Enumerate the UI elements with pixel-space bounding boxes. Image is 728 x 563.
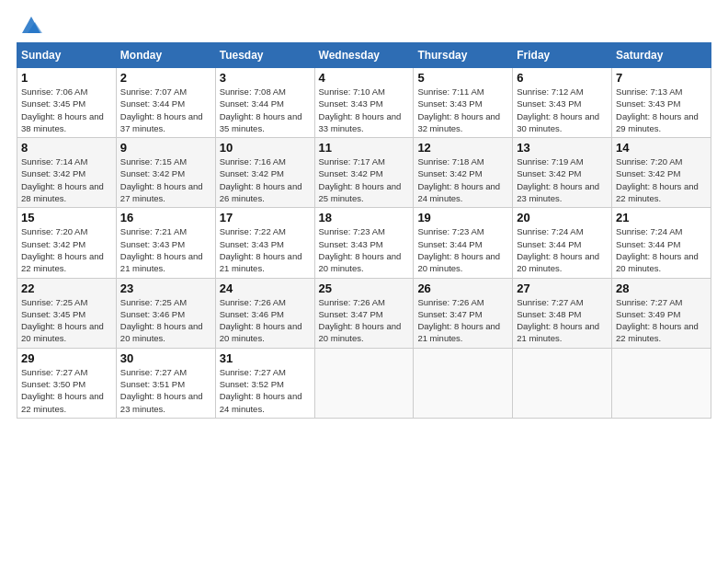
calendar-week-row: 1Sunrise: 7:06 AMSunset: 3:45 PMDaylight… [17, 68, 711, 138]
day-number: 13 [517, 141, 608, 155]
calendar-day-cell: 21Sunrise: 7:24 AMSunset: 3:44 PMDayligh… [612, 208, 711, 278]
day-number: 17 [220, 211, 311, 224]
calendar-day-cell: 5Sunrise: 7:11 AMSunset: 3:43 PMDaylight… [414, 68, 513, 138]
day-number: 6 [517, 71, 608, 85]
calendar-day-cell: 12Sunrise: 7:18 AMSunset: 3:42 PMDayligh… [414, 138, 513, 208]
day-info: Sunrise: 7:12 AMSunset: 3:43 PMDaylight:… [517, 86, 608, 134]
day-info: Sunrise: 7:27 AMSunset: 3:52 PMDaylight:… [220, 366, 311, 415]
day-number: 19 [417, 211, 508, 224]
day-number: 2 [120, 71, 211, 85]
calendar-week-row: 8Sunrise: 7:14 AMSunset: 3:42 PMDaylight… [17, 138, 711, 208]
calendar-day-cell: 2Sunrise: 7:07 AMSunset: 3:44 PMDaylight… [116, 68, 215, 138]
day-info: Sunrise: 7:27 AMSunset: 3:48 PMDaylight:… [517, 296, 608, 345]
day-number: 31 [220, 351, 311, 365]
day-info: Sunrise: 7:10 AMSunset: 3:43 PMDaylight:… [319, 86, 410, 134]
day-number: 28 [616, 282, 707, 295]
day-number: 23 [120, 282, 211, 295]
day-number: 20 [517, 211, 608, 224]
day-number: 15 [21, 211, 112, 224]
day-info: Sunrise: 7:26 AMSunset: 3:47 PMDaylight:… [319, 296, 410, 345]
day-info: Sunrise: 7:25 AMSunset: 3:46 PMDaylight:… [120, 296, 211, 345]
calendar-day-cell [513, 348, 612, 418]
calendar-day-cell: 24Sunrise: 7:26 AMSunset: 3:46 PMDayligh… [215, 278, 314, 348]
calendar-day-cell: 23Sunrise: 7:25 AMSunset: 3:46 PMDayligh… [116, 278, 215, 348]
day-info: Sunrise: 7:25 AMSunset: 3:45 PMDaylight:… [21, 296, 112, 345]
calendar-day-cell: 11Sunrise: 7:17 AMSunset: 3:42 PMDayligh… [314, 138, 414, 208]
day-number: 26 [417, 282, 508, 295]
calendar-week-row: 15Sunrise: 7:20 AMSunset: 3:42 PMDayligh… [17, 208, 711, 278]
calendar-day-cell: 20Sunrise: 7:24 AMSunset: 3:44 PMDayligh… [513, 208, 612, 278]
day-number: 14 [616, 141, 707, 155]
day-info: Sunrise: 7:16 AMSunset: 3:42 PMDaylight:… [220, 155, 311, 204]
day-number: 30 [120, 351, 211, 365]
calendar-day-cell: 16Sunrise: 7:21 AMSunset: 3:43 PMDayligh… [116, 208, 215, 278]
calendar-day-cell: 29Sunrise: 7:27 AMSunset: 3:50 PMDayligh… [17, 348, 117, 418]
day-info: Sunrise: 7:24 AMSunset: 3:44 PMDaylight:… [616, 225, 707, 274]
day-number: 16 [120, 211, 211, 224]
day-number: 22 [21, 282, 112, 295]
calendar-day-header: Friday [513, 43, 612, 68]
calendar-day-cell: 30Sunrise: 7:27 AMSunset: 3:51 PMDayligh… [116, 348, 215, 418]
calendar-day-header: Thursday [414, 43, 513, 68]
calendar-day-cell: 25Sunrise: 7:26 AMSunset: 3:47 PMDayligh… [314, 278, 414, 348]
logo [17, 13, 44, 39]
day-number: 21 [616, 211, 707, 224]
day-number: 9 [120, 141, 211, 155]
day-info: Sunrise: 7:11 AMSunset: 3:43 PMDaylight:… [417, 86, 508, 134]
calendar-day-cell: 15Sunrise: 7:20 AMSunset: 3:42 PMDayligh… [17, 208, 117, 278]
day-info: Sunrise: 7:14 AMSunset: 3:42 PMDaylight:… [21, 155, 112, 204]
calendar-day-header: Sunday [17, 43, 117, 68]
day-info: Sunrise: 7:27 AMSunset: 3:51 PMDaylight:… [120, 366, 211, 415]
day-number: 8 [21, 141, 112, 155]
calendar-day-header: Monday [116, 43, 215, 68]
day-info: Sunrise: 7:13 AMSunset: 3:43 PMDaylight:… [616, 86, 707, 134]
calendar-day-cell: 31Sunrise: 7:27 AMSunset: 3:52 PMDayligh… [215, 348, 314, 418]
calendar-day-cell: 7Sunrise: 7:13 AMSunset: 3:43 PMDaylight… [612, 68, 711, 138]
calendar-day-cell: 8Sunrise: 7:14 AMSunset: 3:42 PMDaylight… [17, 138, 117, 208]
header-row [17, 9, 711, 39]
day-info: Sunrise: 7:23 AMSunset: 3:43 PMDaylight:… [319, 225, 410, 274]
day-number: 5 [417, 71, 508, 85]
day-number: 1 [21, 71, 112, 85]
calendar-day-cell: 18Sunrise: 7:23 AMSunset: 3:43 PMDayligh… [314, 208, 414, 278]
day-info: Sunrise: 7:26 AMSunset: 3:46 PMDaylight:… [220, 296, 311, 345]
page-container: SundayMondayTuesdayWednesdayThursdayFrid… [0, 0, 728, 428]
day-info: Sunrise: 7:07 AMSunset: 3:44 PMDaylight:… [120, 86, 211, 134]
day-info: Sunrise: 7:20 AMSunset: 3:42 PMDaylight:… [21, 225, 112, 274]
day-number: 7 [616, 71, 707, 85]
calendar-table: SundayMondayTuesdayWednesdayThursdayFrid… [17, 42, 711, 419]
calendar-day-cell [414, 348, 513, 418]
calendar-day-cell: 17Sunrise: 7:22 AMSunset: 3:43 PMDayligh… [215, 208, 314, 278]
day-info: Sunrise: 7:19 AMSunset: 3:42 PMDaylight:… [517, 155, 608, 204]
calendar-week-row: 29Sunrise: 7:27 AMSunset: 3:50 PMDayligh… [17, 348, 711, 418]
calendar-header-row: SundayMondayTuesdayWednesdayThursdayFrid… [17, 43, 711, 68]
day-info: Sunrise: 7:22 AMSunset: 3:43 PMDaylight:… [220, 225, 311, 274]
calendar-day-cell [612, 348, 711, 418]
calendar-day-cell: 4Sunrise: 7:10 AMSunset: 3:43 PMDaylight… [314, 68, 414, 138]
day-info: Sunrise: 7:17 AMSunset: 3:42 PMDaylight:… [319, 155, 410, 204]
calendar-day-header: Saturday [612, 43, 711, 68]
day-info: Sunrise: 7:24 AMSunset: 3:44 PMDaylight:… [517, 225, 608, 274]
calendar-day-cell: 9Sunrise: 7:15 AMSunset: 3:42 PMDaylight… [116, 138, 215, 208]
day-number: 12 [417, 141, 508, 155]
day-info: Sunrise: 7:06 AMSunset: 3:45 PMDaylight:… [21, 86, 112, 134]
day-info: Sunrise: 7:27 AMSunset: 3:50 PMDaylight:… [21, 366, 112, 415]
day-info: Sunrise: 7:08 AMSunset: 3:44 PMDaylight:… [220, 86, 311, 134]
day-number: 27 [517, 282, 608, 295]
calendar-day-cell: 6Sunrise: 7:12 AMSunset: 3:43 PMDaylight… [513, 68, 612, 138]
day-info: Sunrise: 7:21 AMSunset: 3:43 PMDaylight:… [120, 225, 211, 274]
calendar-day-cell: 28Sunrise: 7:27 AMSunset: 3:49 PMDayligh… [612, 278, 711, 348]
calendar-day-cell: 19Sunrise: 7:23 AMSunset: 3:44 PMDayligh… [414, 208, 513, 278]
day-number: 29 [21, 351, 112, 365]
calendar-day-cell: 13Sunrise: 7:19 AMSunset: 3:42 PMDayligh… [513, 138, 612, 208]
calendar-day-cell [314, 348, 414, 418]
day-number: 11 [319, 141, 410, 155]
calendar-day-cell: 14Sunrise: 7:20 AMSunset: 3:42 PMDayligh… [612, 138, 711, 208]
day-info: Sunrise: 7:26 AMSunset: 3:47 PMDaylight:… [417, 296, 508, 345]
day-number: 24 [220, 282, 311, 295]
calendar-day-cell: 27Sunrise: 7:27 AMSunset: 3:48 PMDayligh… [513, 278, 612, 348]
calendar-day-cell: 3Sunrise: 7:08 AMSunset: 3:44 PMDaylight… [215, 68, 314, 138]
calendar-day-cell: 1Sunrise: 7:06 AMSunset: 3:45 PMDaylight… [17, 68, 117, 138]
day-info: Sunrise: 7:20 AMSunset: 3:42 PMDaylight:… [616, 155, 707, 204]
calendar-day-cell: 26Sunrise: 7:26 AMSunset: 3:47 PMDayligh… [414, 278, 513, 348]
